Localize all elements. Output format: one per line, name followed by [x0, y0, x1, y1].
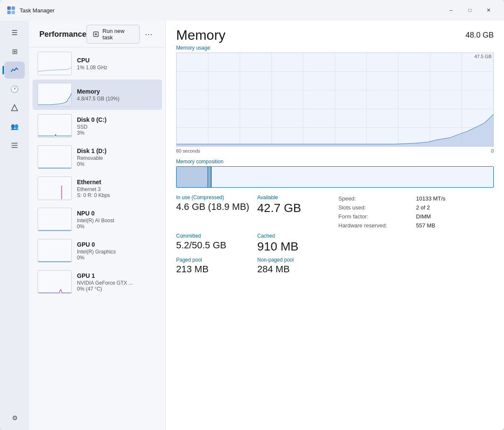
gpu1-info: GPU 1 NVIDIA GeForce GTX ... 0% (47 °C) [77, 272, 157, 292]
stats-row3: Paged pool 213 MB Non-paged pool 284 MB [176, 257, 494, 275]
app-icon [7, 6, 15, 15]
comp-label: Memory composition [176, 159, 494, 165]
history-icon: 🕐 [10, 85, 19, 93]
comp-bar-in-use [177, 167, 208, 187]
chart-time-labels: 60 seconds 0 [176, 148, 494, 153]
sidebar-item-disk0[interactable]: Disk 0 (C:) SSD 3% [32, 111, 162, 141]
paged-pool-label: Paged pool [176, 257, 251, 263]
right-stats: Speed: 10133 MT/s Slots used: 2 of 2 For… [339, 194, 494, 230]
maximize-button[interactable]: □ [461, 4, 478, 17]
memory-total: 48.0 GB [466, 31, 494, 40]
details-icon [10, 141, 19, 150]
minimize-button[interactable]: – [442, 4, 460, 17]
sidebar-item-npu0[interactable]: NPU 0 Intel(R) AI Boost 0% [32, 204, 162, 235]
users-icon: 👥 [11, 123, 19, 130]
nav-services[interactable]: ⚙ [4, 409, 25, 427]
svg-rect-19 [38, 239, 72, 262]
npu0-sub2: 0% [77, 224, 157, 230]
nav-rail: ☰ ⊞ 🕐 👥 [0, 21, 29, 430]
nav-processes[interactable]: ⊞ [4, 43, 25, 60]
stat-available: Available 42.7 GB [257, 194, 332, 230]
memory-composition-bar [176, 166, 494, 188]
startup-icon [10, 103, 19, 112]
gpu1-sub2: 0% (47 °C) [77, 286, 157, 292]
comp-bar-modified [208, 167, 211, 187]
close-button[interactable]: ✕ [480, 4, 497, 17]
disk1-name: Disk 1 (D:) [77, 147, 157, 154]
svg-marker-4 [12, 105, 18, 111]
gpu1-sub: NVIDIA GeForce GTX ... [77, 280, 157, 286]
ethernet-thumbnail [38, 177, 72, 200]
sidebar-item-gpu0[interactable]: GPU 0 Intel(R) Graphics 0% [32, 236, 162, 266]
memory-chart-svg [177, 53, 493, 146]
nav-users[interactable]: 👥 [4, 118, 25, 135]
nav-details[interactable] [4, 137, 25, 154]
hw-reserved-value: 557 MB [416, 221, 494, 230]
svg-rect-11 [38, 52, 72, 75]
chart-time-start: 60 seconds [176, 148, 200, 153]
gpu0-name: GPU 0 [77, 241, 157, 248]
disk0-info: Disk 0 (C:) SSD 3% [77, 116, 157, 136]
cpu-sub: 1% 1.08 GHz [77, 65, 157, 71]
disk0-sub: SSD [77, 124, 157, 130]
svg-rect-16 [38, 177, 72, 200]
task-manager-window: Task Manager – □ ✕ ☰ ⊞ 🕐 [0, 0, 504, 430]
content-area: Performance Run new task ··· [29, 21, 504, 430]
svg-rect-15 [38, 146, 72, 169]
ethernet-info: Ethernet Ethernet 3 S: 0 R: 0 Kbps [77, 179, 157, 198]
chart-time-end: 0 [491, 148, 494, 153]
disk0-thumbnail [38, 114, 72, 138]
slots-label: Slots used: [339, 203, 416, 212]
sidebar-item-ethernet[interactable]: Ethernet Ethernet 3 S: 0 R: 0 Kbps [32, 173, 162, 203]
disk1-thumbnail [38, 145, 72, 169]
memory-name: Memory [77, 88, 157, 95]
slots-value: 2 of 2 [416, 203, 494, 212]
main-panel: Memory 48.0 GB Memory usage 47.5 GB [166, 21, 504, 430]
processes-icon: ⊞ [12, 47, 18, 56]
sidebar-header-row: Performance Run new task ··· [29, 21, 165, 47]
sidebar-item-gpu1[interactable]: GPU 1 NVIDIA GeForce GTX ... 0% (47 °C) [32, 267, 162, 297]
sidebar-item-memory[interactable]: Memory 4.8/47.5 GB (10%) [32, 80, 162, 110]
npu0-info: NPU 0 Intel(R) AI Boost 0% [77, 210, 157, 230]
committed-value: 5.2/50.5 GB [176, 240, 251, 251]
run-task-button[interactable]: Run new task [86, 25, 140, 44]
nonpaged-pool-label: Non-paged pool [257, 257, 332, 263]
nav-performance[interactable] [4, 62, 25, 79]
ethernet-sub2: S: 0 R: 0 Kbps [77, 192, 157, 198]
memory-chart: 47.5 GB [176, 53, 494, 147]
memory-thumbnail [38, 83, 72, 106]
npu0-sub: Intel(R) AI Boost [77, 218, 157, 224]
disk0-sub2: 3% [77, 130, 157, 136]
gpu0-info: GPU 0 Intel(R) Graphics 0% [77, 241, 157, 261]
gpu1-name: GPU 1 [77, 272, 157, 279]
nav-hamburger[interactable]: ☰ [4, 24, 25, 41]
memory-info: Memory 4.8/47.5 GB (10%) [77, 88, 157, 102]
sidebar: Performance Run new task ··· [29, 21, 166, 430]
speed-value: 10133 MT/s [416, 194, 494, 203]
more-options-button[interactable]: ··· [142, 27, 155, 41]
ethernet-name: Ethernet [77, 179, 157, 186]
nav-startup[interactable] [4, 99, 25, 116]
ethernet-sub: Ethernet 3 [77, 186, 157, 192]
available-label: Available [257, 194, 332, 200]
available-value: 42.7 GB [257, 201, 332, 215]
sidebar-item-cpu[interactable]: CPU 1% 1.08 GHz [32, 48, 162, 79]
svg-rect-14 [38, 115, 72, 138]
main-layout: ☰ ⊞ 🕐 👥 [0, 21, 504, 430]
stat-nonpaged-pool: Non-paged pool 284 MB [257, 257, 332, 275]
performance-icon [10, 66, 19, 74]
disk0-name: Disk 0 (C:) [77, 116, 157, 123]
titlebar: Task Manager – □ ✕ [0, 0, 504, 21]
nav-app-history[interactable]: 🕐 [4, 80, 25, 97]
gpu0-sub2: 0% [77, 255, 157, 261]
header-right: Run new task ··· [86, 25, 155, 44]
speed-label: Speed: [339, 194, 416, 203]
window-title: Task Manager [20, 7, 442, 14]
nonpaged-pool-value: 284 MB [257, 264, 332, 275]
page-title: Performance [39, 30, 86, 39]
sidebar-item-disk1[interactable]: Disk 1 (D:) Removable 0% [32, 142, 162, 172]
sidebar-list: CPU 1% 1.08 GHz [29, 47, 165, 430]
comp-bar-standby [212, 167, 494, 187]
stat-in-use: In use (Compressed) 4.6 GB (18.9 MB) [176, 194, 251, 230]
cached-value: 910 MB [257, 240, 332, 253]
